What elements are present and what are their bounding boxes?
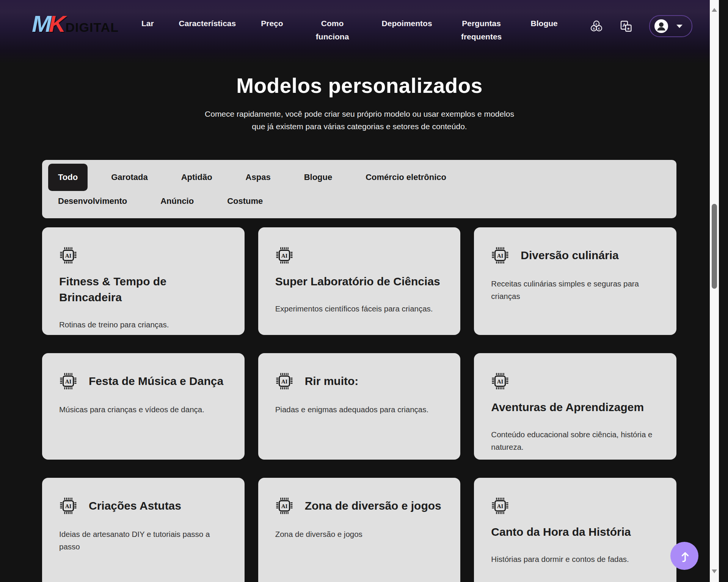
card-description: Conteúdo educacional sobre ciência, hist… [491,428,659,453]
tab-row-2: DesenvolvimentoAnúncioCostume [48,191,670,213]
ai-chip-icon: AI [491,497,509,515]
card-description: Experimentos científicos fáceis para cri… [275,302,444,315]
svg-text:AI: AI [65,379,72,385]
card-header: AI Rir muito: [275,372,444,390]
logo-letter-m: M [32,11,50,37]
translate-icon[interactable]: A ★ [620,20,632,33]
template-card[interactable]: AI Rir muito: Piadas e enigmas adequados… [258,353,461,460]
card-title: Rir muito: [305,373,359,389]
scrollbar-down-arrow[interactable] [710,564,719,579]
card-description: Ideias de artesanato DIY e tutoriais pas… [59,528,228,553]
svg-text:$: $ [593,27,595,30]
nav-link[interactable]: Lar [141,17,154,30]
ai-chip-icon: AI [275,497,293,515]
svg-text:AI: AI [65,503,72,509]
template-cards-grid: AI Fitness & Tempo de Brincadeira Rotina… [42,227,676,582]
svg-text:AI: AI [497,253,504,259]
ai-chip-icon: AI [491,246,509,264]
category-tab[interactable]: Blogue [294,164,342,191]
chevron-down-icon [676,25,682,28]
card-description: Músicas para crianças e vídeos de dança. [59,403,228,416]
card-header: AI Super Laboratório de Ciências [275,246,444,289]
account-menu-button[interactable] [649,15,692,37]
template-card[interactable]: AI Festa de Música e Dança Músicas para … [42,353,245,460]
card-description: Piadas e enigmas adequados para crianças… [275,403,444,416]
ai-chip-icon: AI [491,372,509,390]
template-category-tabbar: TodoGarotadaAptidãoAspasBlogueComércio e… [42,160,676,218]
nav-link[interactable]: Perguntas frequentes [457,17,506,43]
template-card[interactable]: AI Criações Astutas Ideias de artesanato… [42,478,245,582]
tab-row-1: TodoGarotadaAptidãoAspasBlogueComércio e… [48,164,670,191]
card-header: AI Fitness & Tempo de Brincadeira [59,246,228,305]
card-description: Rotinas de treino para crianças. [59,318,228,331]
ai-chip-icon: AI [275,372,293,390]
card-title: Criações Astutas [89,498,181,514]
arrow-up-icon [678,549,691,562]
vertical-scrollbar[interactable] [710,0,719,582]
svg-text:£: £ [596,22,598,26]
svg-text:AI: AI [497,503,504,509]
svg-text:AI: AI [281,379,287,385]
category-tab[interactable]: Comércio eletrônico [356,164,456,191]
currency-icon[interactable]: £ $ € [590,20,603,33]
card-header: AI Festa de Música e Dança [59,372,228,390]
scrollbar-up-arrow[interactable] [710,2,719,17]
svg-text:AI: AI [497,379,504,385]
card-title: Aventuras de Aprendizagem [491,399,644,415]
category-tab[interactable]: Desenvolvimento [48,191,137,213]
card-header: AI Zona de diversão e jogos [275,497,444,515]
svg-text:AI: AI [65,253,72,259]
template-card[interactable]: AI Zona de diversão e jogos Zona de dive… [258,478,461,582]
logo-suffix: DIGITAL [65,20,118,35]
card-description: Receitas culinárias simples e seguras pa… [491,277,659,302]
svg-text:AI: AI [281,253,287,259]
template-card[interactable]: AI Fitness & Tempo de Brincadeira Rotina… [42,227,245,335]
svg-text:★: ★ [627,27,630,31]
card-title: Fitness & Tempo de Brincadeira [59,274,228,305]
header-tools: £ $ € A ★ [590,15,692,37]
template-card[interactable]: AI Canto da Hora da História Histórias p… [474,478,676,582]
card-header: AI Criações Astutas [59,497,228,515]
nav-link[interactable]: Características [179,17,236,30]
card-title: Festa de Música e Dança [89,373,223,389]
nav-links: LarCaracterísticasPreçoComo funcionaDepo… [141,10,558,43]
svg-text:AI: AI [281,503,287,509]
card-header: AI Aventuras de Aprendizagem [491,372,659,415]
category-tab[interactable]: Costume [217,191,273,213]
page-title: Modelos personalizados [0,74,719,98]
page: MK DIGITAL LarCaracterísticasPreçoComo f… [0,0,719,582]
svg-text:€: € [598,27,600,30]
nav-link[interactable]: Como funciona [308,17,357,43]
template-card[interactable]: AI Diversão culinária Receitas culinária… [474,227,676,335]
templates-section-header: Modelos personalizados Comece rapidament… [0,74,719,133]
category-tab[interactable]: Garotada [101,164,158,191]
category-tab[interactable]: Anúncio [151,191,204,213]
card-description: Histórias para dormir e contos de fadas. [491,553,659,565]
top-navigation-bar: MK DIGITAL LarCaracterísticasPreçoComo f… [0,0,719,64]
card-title: Canto da Hora da História [491,524,631,540]
ai-chip-icon: AI [59,246,77,264]
category-tab[interactable]: Todo [48,164,88,191]
card-header: AI Canto da Hora da História [491,497,659,540]
nav-link[interactable]: Blogue [531,17,558,30]
ai-chip-icon: AI [59,372,77,390]
category-tab[interactable]: Aspas [236,164,281,191]
user-avatar-icon [654,19,668,33]
card-description: Zona de diversão e jogos [275,528,444,540]
card-title: Super Laboratório de Ciências [275,274,440,289]
page-subtitle: Comece rapidamente, você pode criar seu … [200,108,519,133]
nav-link[interactable]: Preço [261,17,283,30]
ai-chip-icon: AI [275,246,293,264]
category-tab[interactable]: Aptidão [171,164,222,191]
scrollbar-thumb[interactable] [712,204,717,289]
template-card[interactable]: AI Super Laboratório de Ciências Experim… [258,227,461,335]
brand-logo[interactable]: MK DIGITAL [32,12,119,36]
card-title: Diversão culinária [521,247,618,263]
logo-letter-k: K [49,11,65,37]
scroll-to-top-button[interactable] [670,542,698,570]
card-title: Zona de diversão e jogos [305,498,441,514]
ai-chip-icon: AI [59,497,77,515]
card-header: AI Diversão culinária [491,246,659,264]
template-card[interactable]: AI Aventuras de Aprendizagem Conteúdo ed… [474,353,676,460]
nav-link[interactable]: Depoimentos [382,17,432,30]
